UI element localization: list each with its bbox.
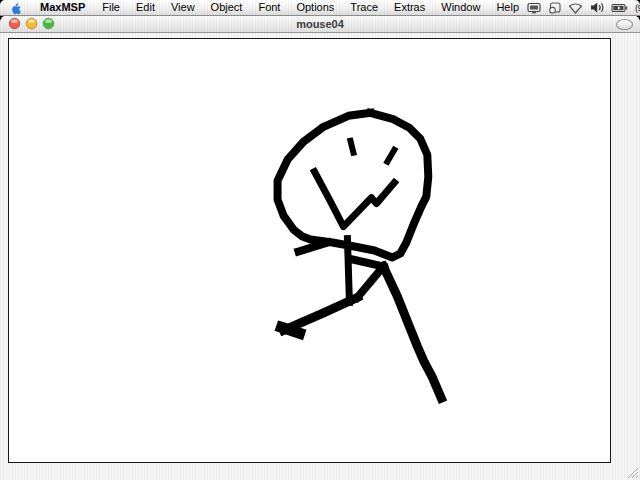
toolbar-toggle-button[interactable]	[616, 19, 633, 30]
doodle-svg	[9, 39, 610, 462]
apple-logo-icon	[9, 1, 22, 15]
volume-icon[interactable]	[590, 1, 604, 14]
doodle-stroke-leg	[383, 266, 441, 398]
menu-bar: MaxMSP File Edit View Object Font Option…	[0, 0, 640, 16]
doodle-stroke-head-outline	[278, 113, 429, 258]
doodle-stroke-arm	[284, 297, 358, 330]
resize-grip[interactable]	[625, 465, 639, 479]
menu-file[interactable]: File	[94, 0, 128, 15]
menu-object[interactable]: Object	[203, 0, 251, 15]
doodle-stroke-left-stub	[299, 243, 328, 252]
menu-view[interactable]: View	[163, 0, 203, 15]
apple-menu[interactable]	[0, 1, 31, 15]
menu-options[interactable]: Options	[288, 0, 342, 15]
doodle-stroke-left-eye	[350, 141, 353, 153]
airport-icon[interactable]	[568, 2, 583, 14]
displays-icon[interactable]	[527, 2, 541, 14]
patcher-canvas[interactable]	[8, 38, 611, 463]
patcher-window: mouse04	[0, 15, 640, 480]
doodle-stroke-torso-edge	[357, 266, 383, 297]
battery-percent: (97%)	[635, 3, 640, 13]
window-title: mouse04	[0, 15, 640, 32]
battery-icon[interactable]	[611, 2, 628, 14]
doodle-stroke-mouth	[314, 172, 394, 227]
menu-maxmsp[interactable]: MaxMSP	[31, 0, 94, 15]
doodle-stroke-neck	[347, 239, 349, 303]
menu-bar-status: (97%) A 10:12	[527, 1, 640, 15]
doodle-stroke-right-eye	[387, 150, 394, 162]
desktop: { "menubar": { "items": [ {"label": "Max…	[0, 0, 640, 480]
menu-help[interactable]: Help	[488, 0, 527, 15]
doodle-stroke-arm-end-blob	[282, 327, 300, 333]
menu-trace[interactable]: Trace	[342, 0, 386, 15]
menu-edit[interactable]: Edit	[128, 0, 163, 15]
menu-window[interactable]: Window	[433, 0, 488, 15]
menu-font[interactable]: Font	[250, 0, 288, 15]
classic-menu-icon[interactable]	[548, 2, 561, 14]
title-bar[interactable]: mouse04	[0, 15, 640, 33]
menu-extras[interactable]: Extras	[386, 0, 433, 15]
